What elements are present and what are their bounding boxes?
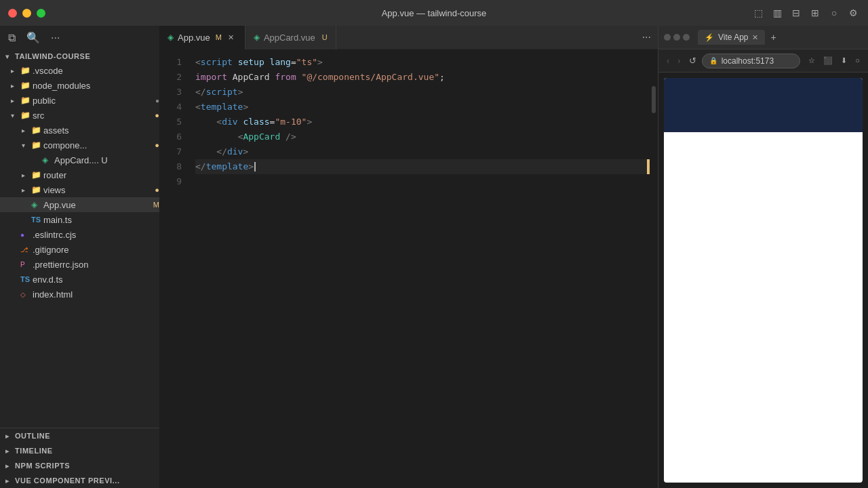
browser-dot-1 (664, 34, 671, 41)
src-chevron (11, 112, 20, 119)
app-vue-badge: M (153, 201, 159, 209)
browser-active-tab[interactable]: ⚡ Vite App ✕ (698, 30, 765, 45)
outline-label: OUTLINE (15, 432, 50, 440)
sidebar-item-public[interactable]: 📁 public ● (0, 93, 159, 108)
browser-reload-button[interactable]: ↺ (686, 54, 699, 67)
browser-account-icon[interactable]: ○ (852, 55, 863, 66)
sidebar-item-prettier[interactable]: P .prettierrc.json (0, 257, 159, 272)
sidebar-item-assets[interactable]: 📁 assets (0, 123, 159, 138)
line-numbers: 1 2 3 4 5 6 7 8 9 (159, 49, 190, 488)
sidebar-item-vscode[interactable]: 📁 .vscode (0, 63, 159, 78)
browser-download-icon[interactable]: ⬇ (838, 55, 850, 66)
browser-tab-favicon: ⚡ (705, 33, 714, 42)
code-content[interactable]: <script setup lang="ts"> import AppCard … (190, 49, 650, 488)
sidebar-item-components[interactable]: 📁 compone... ● (0, 138, 159, 152)
tab-appcard-icon: ◈ (254, 33, 260, 42)
sidebar-item-node-modules[interactable]: 📁 node_modules (0, 78, 159, 93)
sidebar-item-gitignore[interactable]: ⎇ .gitignore (0, 242, 159, 257)
settings-icon[interactable]: ⚙ (846, 6, 860, 20)
browser-url-text: localhost:5173 (722, 56, 774, 66)
tab-app-vue[interactable]: ◈ App.vue M ✕ (159, 26, 245, 49)
browser-forward-button[interactable]: › (675, 54, 683, 67)
tab-appcard-vue[interactable]: ◈ AppCard.vue U (245, 26, 336, 49)
sidebar-item-app-vue[interactable]: ◈ App.vue M (0, 197, 159, 212)
main-layout: ⧉ 🔍 ··· TAILWIND-COURSE 📁 .vscode 📁 node… (0, 26, 868, 488)
browser-screenshot-icon[interactable]: ⬛ (821, 55, 835, 66)
minimize-button[interactable] (22, 9, 31, 18)
components-badge: ● (155, 141, 159, 149)
scrollbar-thumb[interactable] (652, 86, 656, 113)
env-label: env.d.ts (33, 274, 159, 285)
tab-app-vue-close[interactable]: ✕ (226, 32, 237, 43)
tab-app-vue-label: App.vue (178, 33, 210, 43)
window-title: App.vue — tailwind-course (382, 8, 487, 18)
components-chevron (22, 142, 31, 149)
browser-bookmark-icon[interactable]: ☆ (806, 55, 818, 66)
sidebar-item-router[interactable]: 📁 router (0, 167, 159, 182)
bottom-panels: OUTLINE TIMELINE NPM SCRIPTS VUE COMPONE… (0, 428, 159, 488)
gitignore-icon: ⎇ (20, 246, 33, 253)
assets-chevron (22, 127, 31, 134)
search-icon[interactable]: 🔍 (26, 31, 40, 44)
app-vue-icon: ◈ (31, 200, 43, 209)
browser-back-button[interactable]: ‹ (664, 54, 672, 67)
code-line-4: <template> (195, 100, 650, 115)
sidebar-toggle-icon[interactable]: ⬚ (751, 6, 765, 20)
tabs-more-button[interactable]: ··· (635, 31, 658, 43)
browser-url-bar[interactable]: 🔒 localhost:5173 (702, 54, 801, 68)
browser-tabs-bar: ⚡ Vite App ✕ + (658, 26, 868, 49)
maximize-button[interactable] (37, 9, 45, 18)
eslint-label: .eslintrc.cjs (33, 230, 159, 240)
editor-layout-icon[interactable]: ▥ (770, 6, 784, 20)
npm-scripts-panel[interactable]: NPM SCRIPTS (0, 458, 159, 473)
split-editor-icon[interactable]: ⊟ (789, 6, 803, 20)
account-icon[interactable]: ○ (827, 6, 841, 20)
sidebar-item-env[interactable]: TS env.d.ts (0, 272, 159, 287)
browser-dot-3 (683, 34, 690, 41)
appcard-vue-icon: ◈ (42, 155, 54, 165)
editor-area: ◈ App.vue M ✕ ◈ AppCard.vue U ··· 1 2 3 … (159, 26, 658, 488)
outline-panel[interactable]: OUTLINE (0, 428, 159, 443)
layout-icon[interactable]: ⊞ (808, 6, 822, 20)
close-button[interactable] (8, 9, 17, 18)
views-badge: ● (155, 186, 159, 194)
titlebar-actions: ⬚ ▥ ⊟ ⊞ ○ ⚙ (751, 6, 860, 20)
vscode-chevron (11, 67, 20, 75)
assets-label: assets (43, 125, 159, 136)
vue-preview-label: VUE COMPONENT PREVI... (15, 476, 120, 485)
code-line-9 (195, 174, 650, 189)
browser-action-icons: ☆ ⬛ ⬇ ○ (806, 55, 863, 66)
sidebar-item-main-ts[interactable]: TS main.ts (0, 212, 159, 227)
main-ts-label: main.ts (43, 215, 159, 225)
sidebar-item-src[interactable]: 📁 src ● (0, 108, 159, 123)
tab-appcard-label: AppCard.vue (264, 33, 315, 43)
vscode-label: .vscode (33, 66, 159, 76)
sidebar-item-eslint[interactable]: ● .eslintrc.cjs (0, 227, 159, 242)
code-editor[interactable]: 1 2 3 4 5 6 7 8 9 <script setup lang="ts… (159, 49, 658, 488)
more-icon[interactable]: ··· (51, 32, 60, 44)
npm-label: NPM SCRIPTS (15, 462, 70, 470)
appcard-label: AppCard.... U (54, 155, 159, 165)
browser-new-tab-button[interactable]: + (770, 32, 776, 43)
views-icon: 📁 (31, 185, 43, 195)
browser-tab-close[interactable]: ✕ (752, 33, 758, 42)
code-line-5: <div class="m-10"> (195, 115, 650, 129)
views-label: views (43, 185, 152, 195)
vue-preview-panel[interactable]: VUE COMPONENT PREVI... (0, 473, 159, 488)
browser-preview-dark-section (664, 78, 863, 132)
timeline-panel[interactable]: TIMELINE (0, 443, 159, 458)
tab-appcard-badge: U (322, 33, 328, 41)
code-line-8: </template> (195, 159, 650, 174)
src-badge: ● (155, 111, 159, 119)
sidebar-item-index-html[interactable]: ◇ index.html (0, 287, 159, 302)
files-icon[interactable]: ⧉ (8, 32, 16, 44)
scrollbar[interactable] (650, 49, 658, 488)
sidebar-item-appcard[interactable]: ◈ AppCard.... U (0, 152, 159, 167)
public-label: public (33, 96, 153, 106)
vue-preview-chevron (5, 477, 15, 485)
sidebar-item-views[interactable]: 📁 views ● (0, 182, 159, 197)
outline-chevron (5, 432, 15, 440)
browser-controls: ‹ › ↺ 🔒 localhost:5173 ☆ ⬛ ⬇ ○ (658, 49, 868, 73)
sidebar-top-actions: ⧉ 🔍 ··· (0, 26, 159, 49)
explorer-header[interactable]: TAILWIND-COURSE (0, 49, 159, 63)
